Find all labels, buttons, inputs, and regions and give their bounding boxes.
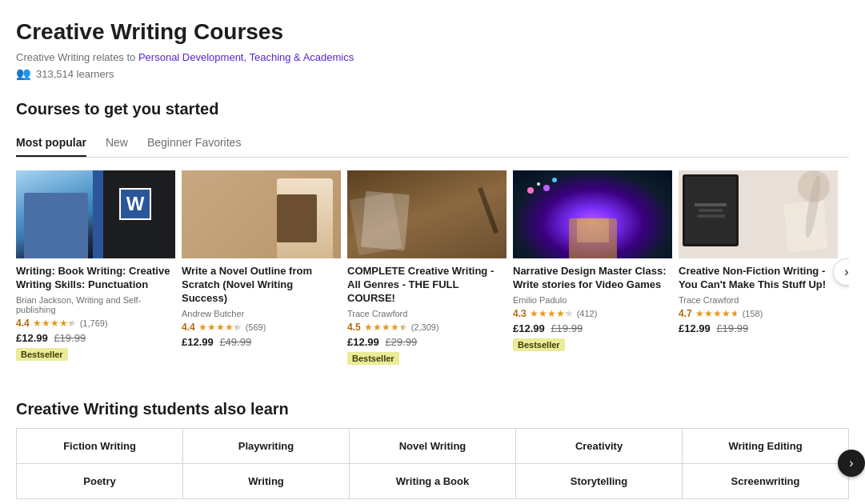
course-title-1: Writing: Book Writing: Creative Writing …: [16, 265, 175, 292]
course-card-1[interactable]: W Writing: Book Writing: Creative Writin…: [16, 170, 182, 374]
tab-most-popular[interactable]: Most popular: [16, 130, 86, 157]
review-count-2: (569): [246, 322, 266, 332]
bestseller-badge-4: Bestseller: [513, 338, 565, 351]
review-count-4: (412): [577, 309, 598, 318]
also-learn-section: Creative Writing students also learn Fic…: [16, 400, 849, 499]
course-card-2[interactable]: Write a Novel Outline from Scratch (Nove…: [182, 170, 347, 374]
course-title-4: Narrative Design Master Class: Write sto…: [513, 265, 672, 292]
courses-tabs: Most popular New Beginner Favorites: [16, 130, 849, 158]
course-price-2: £12.99 £49.99: [182, 336, 341, 348]
rating-num-2: 4.4: [182, 322, 195, 333]
course-rating-2: 4.4 ★★★★★★ (569): [182, 322, 341, 333]
review-count-5: (158): [743, 309, 763, 318]
course-rating-1: 4.4 ★★★★★★ (1,769): [16, 318, 175, 329]
learners-count: 313,514 learners: [36, 68, 114, 80]
tag-playwriting[interactable]: Playwriting: [183, 429, 350, 464]
stars-1: ★★★★★★: [33, 318, 77, 329]
course-author-5: Trace Crawford: [679, 295, 838, 305]
rating-num-5: 4.7: [679, 308, 692, 319]
tag-writing-a-book[interactable]: Writing a Book: [350, 464, 516, 499]
tag-poetry[interactable]: Poetry: [17, 464, 183, 499]
tag-creativity[interactable]: Creativity: [516, 429, 683, 464]
course-price-3: £12.99 £29.99: [347, 336, 507, 348]
page-title: Creative Writing Courses: [16, 19, 849, 45]
course-thumb-5: [679, 170, 838, 258]
course-rating-5: 4.7 ★★★★★★ (158): [679, 308, 838, 319]
course-thumb-2: [182, 170, 341, 258]
course-title-3: COMPLETE Creative Writing - All Genres -…: [347, 265, 507, 306]
course-thumb-1: W: [16, 170, 175, 258]
rating-num-4: 4.3: [513, 308, 527, 319]
bestseller-badge-1: Bestseller: [16, 348, 68, 361]
thumb-w-label: W: [119, 188, 151, 220]
stars-3: ★★★★★★: [364, 322, 408, 333]
course-price-4: £12.99 £19.99: [513, 322, 672, 334]
course-card-4[interactable]: Narrative Design Master Class: Write sto…: [513, 170, 679, 374]
course-author-1: Brian Jackson, Writing and Self-publishi…: [16, 295, 175, 314]
rating-num-3: 4.5: [347, 322, 361, 333]
thumb-person-1: [24, 193, 88, 259]
bestseller-badge-3: Bestseller: [347, 352, 399, 365]
course-card-3[interactable]: COMPLETE Creative Writing - All Genres -…: [347, 170, 513, 374]
course-title-2: Write a Novel Outline from Scratch (Nove…: [182, 265, 341, 306]
learners-info: 👥 313,514 learners: [16, 66, 849, 81]
courses-section-title: Courses to get you started: [16, 100, 849, 118]
courses-row-wrapper: W Writing: Book Writing: Creative Writin…: [16, 170, 849, 374]
tab-beginner-favorites[interactable]: Beginner Favorites: [147, 130, 242, 157]
course-author-3: Trace Crawford: [347, 309, 507, 318]
course-thumb-3: [347, 170, 507, 258]
course-price-1: £12.99 £19.99: [16, 332, 175, 344]
stars-4: ★★★★★★: [530, 308, 574, 319]
course-price-5: £12.99 £19.99: [679, 322, 838, 334]
page-subtitle: Creative Writing relates to Personal Dev…: [16, 51, 849, 63]
tags-grid: Fiction Writing Playwriting Novel Writin…: [16, 428, 849, 499]
rating-num-1: 4.4: [16, 318, 30, 329]
tag-novel-writing[interactable]: Novel Writing: [350, 429, 516, 464]
tag-fiction-writing[interactable]: Fiction Writing: [17, 429, 183, 464]
course-card-5[interactable]: Creative Non-Fiction Writing - You Can't…: [679, 170, 844, 374]
tag-writing[interactable]: Writing: [183, 464, 350, 499]
learners-icon: 👥: [16, 66, 31, 81]
course-rating-3: 4.5 ★★★★★★ (2,309): [347, 322, 507, 333]
also-learn-title: Creative Writing students also learn: [16, 400, 849, 418]
course-author-2: Andrew Butcher: [182, 309, 341, 318]
course-thumb-4: [513, 170, 672, 258]
stars-2: ★★★★★★: [198, 322, 242, 333]
tag-storytelling[interactable]: Storytelling: [516, 464, 683, 499]
tags-wrapper: Fiction Writing Playwriting Novel Writin…: [16, 428, 849, 499]
course-rating-4: 4.3 ★★★★★★ (412): [513, 308, 672, 319]
stars-5: ★★★★★★: [695, 308, 739, 319]
tag-screenwriting[interactable]: Screenwriting: [683, 464, 849, 499]
tab-new[interactable]: New: [106, 130, 128, 157]
course-title-5: Creative Non-Fiction Writing - You Can't…: [679, 265, 838, 292]
tag-writing-editing[interactable]: Writing Editing: [683, 429, 849, 464]
course-author-4: Emilio Padulo: [513, 295, 672, 305]
courses-row: W Writing: Book Writing: Creative Writin…: [16, 170, 849, 374]
review-count-1: (1,769): [80, 318, 108, 328]
review-count-3: (2,309): [411, 322, 439, 332]
tags-next-button[interactable]: ›: [838, 450, 865, 477]
subtitle-prefix: Creative Writing relates to: [16, 51, 135, 63]
personal-development-link[interactable]: Personal Development, Teaching & Academi…: [138, 51, 354, 63]
